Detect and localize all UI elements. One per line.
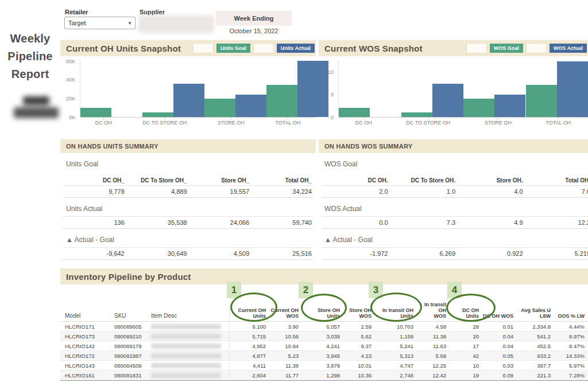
pipeline-row[interactable]: HLCRIO1730800892105,71510.563,0395.621,1… <box>60 332 588 341</box>
y-axis-tick-label: 20K <box>66 96 75 102</box>
legend-item-units-goal[interactable]: Units Goal <box>216 44 250 53</box>
pipeline-cell: 5,715 <box>229 333 269 340</box>
summary-section-label: WOS Actual <box>322 198 588 216</box>
summary-column-header: DC OH_ <box>63 171 126 185</box>
pipeline-cell: 6,057 <box>302 323 343 330</box>
summary-column-headers: DC OH_DC To Store OH_Store OH_Total OH_ <box>63 171 313 185</box>
chart-units-legend: Units GoalUnits Actual <box>193 43 316 53</box>
item-desc-blurred <box>146 353 229 358</box>
pipeline-cell: 4.44% <box>554 323 588 330</box>
pipeline-cell: 10,703 <box>375 323 417 330</box>
summary-value: 19,557 <box>188 186 251 197</box>
summary-value: -9,642 <box>63 248 126 259</box>
pipeline-cell: 4.58 <box>417 323 450 330</box>
bar-wos-goal[interactable] <box>463 99 494 117</box>
bar-wos-actual[interactable] <box>494 95 525 117</box>
pipeline-cell: HLCRIO142 <box>60 343 110 349</box>
chart-panel-wos: Current WOS Snapshot WOS GoalWOS Actual … <box>319 40 588 137</box>
summary-value: 12.2 <box>524 217 588 228</box>
bar-wos-actual[interactable] <box>557 61 588 117</box>
summary-value: 4,509 <box>188 248 251 259</box>
summary-column-header: Store OH. <box>457 171 524 185</box>
bar-units-actual[interactable] <box>235 95 266 117</box>
summary-column-header: DC OH. <box>322 171 389 185</box>
pipeline-row[interactable]: HLCRIO1420800891794,95210.944,2419.375,2… <box>60 341 588 351</box>
wos-summary-title: ON HANDS WOS SUMMARY <box>319 143 412 150</box>
summary-section-label: ▲ Actual - Goal <box>63 229 313 247</box>
summary-section-label: Units Actual <box>63 198 313 216</box>
pipeline-cell: 4.23 <box>343 353 375 359</box>
pipeline-cell: 19 <box>450 372 482 379</box>
pipeline-row[interactable]: HLCRIO1720800819874,8775.233,9454.235,31… <box>60 351 588 361</box>
plot <box>80 60 316 118</box>
pipeline-cell: 11.38 <box>269 362 302 369</box>
summary-section-label: ▲ Actual - Goal <box>322 229 588 247</box>
summary-values-row: 13635,53824,06659,740 <box>63 216 313 229</box>
pipeline-row[interactable]: HLCRIO1610800818312,60411.771,29810.362,… <box>60 371 588 380</box>
legend-item-units-actual[interactable]: Units Actual <box>277 44 315 53</box>
pipeline-row[interactable]: HLCRIO1710800896059,1003.906,0572.5910,7… <box>60 322 588 332</box>
pipeline-cell: 080081987 <box>110 353 146 359</box>
units-summary-body: Units GoalDC OH_DC To Store OH_Store OH_… <box>60 153 316 260</box>
chart-units-plot-area: 60K40K20K0K DC OHDC TO STORE OHSTORE OHT… <box>60 60 316 126</box>
bar-units-goal[interactable] <box>80 108 111 117</box>
chart-wos-legend: WOS GoalWOS Actual <box>466 43 588 53</box>
pipeline-cell: 11.38 <box>417 333 450 340</box>
summary-values-row: 2.01.04.07.0 <box>322 185 588 198</box>
summary-column-header: Total OH. <box>524 171 588 185</box>
pipeline-cell: HLCRIO173 <box>60 333 110 340</box>
bar-units-goal[interactable] <box>142 112 173 117</box>
y-axis: 1050 <box>319 60 336 117</box>
retailer-dropdown[interactable]: Target ▼ <box>64 17 136 29</box>
pipeline-column-header-oos-lw: OOS % LW <box>554 313 588 321</box>
legend-blank-segment[interactable] <box>193 43 214 53</box>
pipeline-cell: 5.23 <box>269 353 302 359</box>
item-desc-blob <box>151 353 221 358</box>
bar-group-total-oh <box>526 61 588 117</box>
summary-value: 4.0 <box>457 186 524 197</box>
pipeline-cell: HLCRIO143 <box>60 362 110 369</box>
x-axis-category-label: STORE OH <box>485 120 512 126</box>
inventory-pipeline-panel: Inventory Pipeline by Product 1 2 3 4 Mo… <box>60 268 588 381</box>
summary-value: 25,516 <box>250 248 313 259</box>
week-ending-label: Week Ending <box>234 15 274 22</box>
chart-units-title: Current OH Units Snapshot <box>60 44 181 53</box>
pipeline-cell: HLCRIO172 <box>60 353 110 359</box>
week-ending-value: October 15, 2022 <box>216 28 292 34</box>
bar-units-goal[interactable] <box>204 99 235 117</box>
summary-value: 59,740 <box>250 217 313 228</box>
summary-value: 30,649 <box>126 248 188 259</box>
annotation-circle-2 <box>301 294 347 322</box>
report-title-line1: Weekly <box>0 30 60 48</box>
legend-blank-segment[interactable] <box>253 43 274 53</box>
pipeline-title: Inventory Pipeline by Product <box>60 272 191 282</box>
bar-wos-goal[interactable] <box>401 112 432 117</box>
bar-wos-goal[interactable] <box>339 108 370 117</box>
x-axis-category-label: TOTAL OH <box>546 120 571 126</box>
pipeline-cell: 5.97% <box>554 362 588 369</box>
report-title-line2: Pipeline <box>0 48 60 65</box>
y-axis: 60K40K20K0K <box>60 60 78 117</box>
bar-units-actual[interactable] <box>173 84 204 117</box>
pipeline-row[interactable]: HLCRIO1430800845094,41111.383,87910.014,… <box>60 361 588 371</box>
bar-wos-actual[interactable] <box>432 84 463 117</box>
pipeline-cell: 12.25 <box>417 362 450 369</box>
y-axis-tick-label: 0K <box>69 115 75 120</box>
bar-units-goal[interactable] <box>266 85 297 117</box>
legend-blank-segment[interactable] <box>466 43 487 53</box>
legend-blank-segment[interactable] <box>526 43 547 53</box>
x-axis-category-label: TOTAL OH <box>275 120 300 126</box>
summary-column-header: DC To Store OH. <box>389 171 457 185</box>
bar-wos-goal[interactable] <box>526 85 557 117</box>
pipeline-cell: 387.7 <box>517 362 554 369</box>
dashboard: Weekly Pipeline Report Retailer Target ▼… <box>0 0 588 382</box>
supplier-value-blurred[interactable] <box>138 15 214 33</box>
annotation-circle-4 <box>446 294 496 322</box>
y-axis-tick-label: 60K <box>66 59 75 64</box>
pipeline-cell: 4,747 <box>375 362 417 369</box>
legend-item-wos-actual[interactable]: WOS Actual <box>550 44 587 53</box>
week-ending-card: Week Ending <box>216 11 292 26</box>
legend-item-wos-goal[interactable]: WOS Goal <box>490 44 523 53</box>
pipeline-cell: 0.04 <box>482 333 517 340</box>
x-axis-category-label: DC OH <box>95 120 112 126</box>
